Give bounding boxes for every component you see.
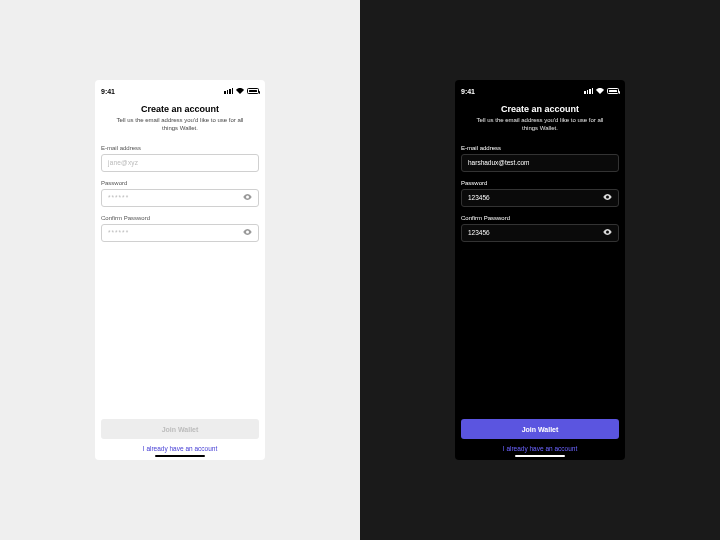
password-field-group: Password ******: [101, 180, 259, 207]
join-wallet-button[interactable]: Join Wallet: [101, 419, 259, 439]
phone-frame-dark: 9:41 Create an account Tell us the email…: [455, 80, 625, 460]
confirm-password-input[interactable]: ******: [101, 224, 259, 242]
email-input[interactable]: harshadux@test.com: [461, 154, 619, 172]
confirm-password-label: Confirm Password: [101, 215, 259, 221]
password-placeholder: ******: [108, 194, 129, 201]
password-input[interactable]: 123456: [461, 189, 619, 207]
status-time: 9:41: [461, 88, 475, 95]
password-value: 123456: [468, 194, 490, 201]
wifi-icon: [236, 88, 244, 95]
email-input[interactable]: jane@xyz: [101, 154, 259, 172]
cellular-icon: [584, 88, 593, 94]
email-placeholder: jane@xyz: [108, 159, 138, 166]
confirm-password-label: Confirm Password: [461, 215, 619, 221]
confirm-password-field-group: Confirm Password 123456: [461, 215, 619, 242]
home-indicator: [515, 455, 565, 458]
confirm-password-field-group: Confirm Password ******: [101, 215, 259, 242]
page-subtitle: Tell us the email address you'd like to …: [101, 117, 259, 133]
email-label: E-mail address: [461, 145, 619, 151]
toggle-password-visibility-icon[interactable]: [603, 194, 612, 201]
wifi-icon: [596, 88, 604, 95]
status-bar: 9:41: [101, 80, 259, 98]
email-value: harshadux@test.com: [468, 159, 530, 166]
confirm-password-placeholder: ******: [108, 229, 129, 236]
already-have-account-link[interactable]: I already have an account: [461, 445, 619, 452]
toggle-confirm-visibility-icon[interactable]: [603, 229, 612, 236]
password-input[interactable]: ******: [101, 189, 259, 207]
password-field-group: Password 123456: [461, 180, 619, 207]
cellular-icon: [224, 88, 233, 94]
page-title: Create an account: [101, 104, 259, 114]
battery-icon: [607, 88, 619, 94]
page-subtitle: Tell us the email address you'd like to …: [461, 117, 619, 133]
status-indicators: [584, 88, 619, 95]
email-field-group: E-mail address harshadux@test.com: [461, 145, 619, 172]
home-indicator: [155, 455, 205, 458]
status-time: 9:41: [101, 88, 115, 95]
password-label: Password: [101, 180, 259, 186]
dark-variant-pane: 9:41 Create an account Tell us the email…: [360, 0, 720, 540]
join-wallet-button[interactable]: Join Wallet: [461, 419, 619, 439]
light-variant-pane: 9:41 Create an account Tell us the email…: [0, 0, 360, 540]
toggle-password-visibility-icon[interactable]: [243, 194, 252, 201]
confirm-password-value: 123456: [468, 229, 490, 236]
toggle-confirm-visibility-icon[interactable]: [243, 229, 252, 236]
email-field-group: E-mail address jane@xyz: [101, 145, 259, 172]
page-title: Create an account: [461, 104, 619, 114]
status-indicators: [224, 88, 259, 95]
confirm-password-input[interactable]: 123456: [461, 224, 619, 242]
phone-frame-light: 9:41 Create an account Tell us the email…: [95, 80, 265, 460]
status-bar: 9:41: [461, 80, 619, 98]
password-label: Password: [461, 180, 619, 186]
already-have-account-link[interactable]: I already have an account: [101, 445, 259, 452]
battery-icon: [247, 88, 259, 94]
email-label: E-mail address: [101, 145, 259, 151]
